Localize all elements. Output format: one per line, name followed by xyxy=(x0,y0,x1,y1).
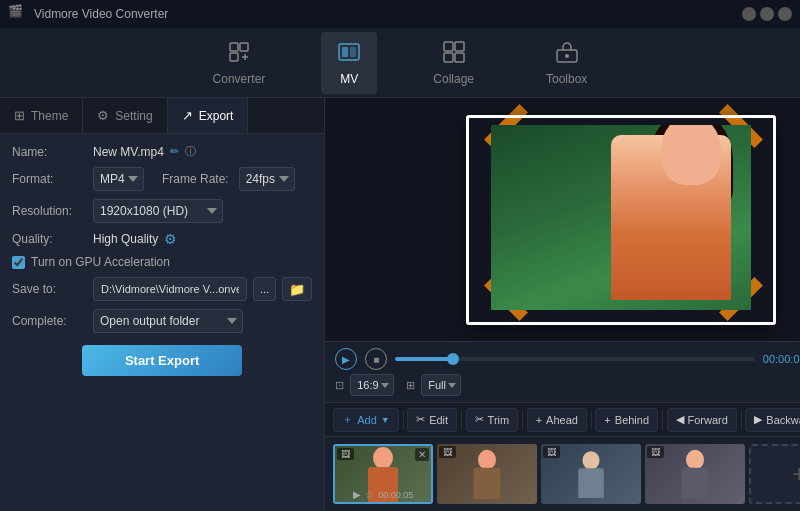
tab-theme-label: Theme xyxy=(31,109,68,123)
export-settings: Name: New MV.mp4 ✏ ⓘ Format: MP4 Frame R… xyxy=(0,134,324,511)
info-icon[interactable]: ⓘ xyxy=(185,144,196,159)
format-dropdown[interactable]: MP4 xyxy=(93,167,144,191)
export-icon: ↗ xyxy=(182,108,193,123)
main-layout: ⊞ Theme ⚙ Setting ↗ Export Name: New MV.… xyxy=(0,98,800,511)
tab-setting-label: Setting xyxy=(115,109,152,123)
left-panel: ⊞ Theme ⚙ Setting ↗ Export Name: New MV.… xyxy=(0,98,325,511)
behind-button[interactable]: + Behind xyxy=(595,408,658,432)
close-button[interactable] xyxy=(778,7,792,21)
quality-gear-icon[interactable]: ⚙ xyxy=(164,231,177,247)
browse-button[interactable]: ... xyxy=(253,277,276,301)
app-icon: 🎬 xyxy=(8,4,28,24)
quality-label: Quality: xyxy=(12,232,87,246)
tab-export-label: Export xyxy=(199,109,234,123)
forward-label: Forward xyxy=(688,414,728,426)
svg-rect-8 xyxy=(444,53,453,62)
saveto-label: Save to: xyxy=(12,282,87,296)
nav-converter[interactable]: Converter xyxy=(197,32,282,94)
saveto-row: Save to: D:\Vidmore\Vidmore V...onverter… xyxy=(12,277,312,301)
nav-toolbox[interactable]: Toolbox xyxy=(530,32,603,94)
add-icon: ＋ xyxy=(342,412,353,427)
resolution-row: Resolution: 1920x1080 (HD) xyxy=(12,199,312,223)
trim-button[interactable]: ✂ Trim xyxy=(466,408,519,432)
minimize-button[interactable] xyxy=(742,7,756,21)
timeline-thumb-4[interactable]: 🖼 xyxy=(645,444,745,504)
complete-label: Complete: xyxy=(12,314,87,328)
behind-icon: + xyxy=(604,414,610,426)
complete-row: Complete: Open output folder xyxy=(12,309,312,333)
add-media-button[interactable]: + xyxy=(749,444,800,504)
stop-button[interactable]: ■ xyxy=(365,348,387,370)
top-navigation: Converter MV Collage Toolbox xyxy=(0,28,800,98)
progress-dot xyxy=(447,353,459,365)
behind-label: Behind xyxy=(615,414,649,426)
aspect-ratio-select[interactable]: 16:9 4:3 1:1 xyxy=(350,374,394,396)
tab-theme[interactable]: ⊞ Theme xyxy=(0,98,83,133)
quality-row: Quality: High Quality ⚙ xyxy=(12,231,312,247)
thumb1-star-icon[interactable]: ☆ xyxy=(365,489,374,500)
svg-point-11 xyxy=(565,54,569,58)
name-label: Name: xyxy=(12,145,87,159)
ahead-icon: + xyxy=(536,414,542,426)
window-controls xyxy=(742,7,792,21)
forward-button[interactable]: ◀ Forward xyxy=(667,408,737,432)
edit-button[interactable]: ✂ Edit xyxy=(407,408,457,432)
format-framerate-row: Format: MP4 Frame Rate: 24fps xyxy=(12,167,312,191)
backward-icon: ▶ xyxy=(754,413,762,426)
progress-fill xyxy=(395,357,453,361)
nav-toolbox-label: Toolbox xyxy=(546,72,587,86)
framerate-label: Frame Rate: xyxy=(162,172,229,186)
mv-icon xyxy=(337,40,361,68)
timeline-thumb-1[interactable]: 🖼 ✕ ▶ ☆ 00:00:05 xyxy=(333,444,433,504)
nav-mv[interactable]: MV xyxy=(321,32,377,94)
maximize-button[interactable] xyxy=(760,7,774,21)
framerate-dropdown[interactable]: 24fps xyxy=(239,167,295,191)
progress-bar[interactable] xyxy=(395,357,755,361)
name-row: Name: New MV.mp4 ✏ ⓘ xyxy=(12,144,312,159)
forward-icon: ◀ xyxy=(676,413,684,426)
folder-button[interactable]: 📁 xyxy=(282,277,312,301)
resolution-dropdown[interactable]: 1920x1080 (HD) xyxy=(93,199,223,223)
thumb2-icon: 🖼 xyxy=(439,446,456,458)
playback-bar: ▶ ■ 00:00:03.23/00:00:20.00 🔊 ⊡ 16:9 4:3… xyxy=(325,341,800,402)
resize-icon: ⊞ xyxy=(406,379,415,392)
preview-frame xyxy=(466,115,776,325)
thumb1-play-icon[interactable]: ▶ xyxy=(353,489,361,500)
start-export-button[interactable]: Start Export xyxy=(82,345,242,376)
backward-label: Backward xyxy=(766,414,800,426)
toolbox-icon xyxy=(555,40,579,68)
playback-controls: ▶ ■ 00:00:03.23/00:00:20.00 🔊 xyxy=(335,348,800,370)
complete-dropdown[interactable]: Open output folder xyxy=(93,309,243,333)
svg-rect-1 xyxy=(240,43,248,51)
resolution-label: Resolution: xyxy=(12,204,87,218)
backward-button[interactable]: ▶ Backward xyxy=(745,408,800,432)
saveto-path-input[interactable]: D:\Vidmore\Vidmore V...onverter\MV Expor… xyxy=(93,277,247,301)
preview-area xyxy=(325,98,800,341)
thumb1-clock-icon: 00:00:05 xyxy=(378,489,413,500)
tab-export[interactable]: ↗ Export xyxy=(168,98,249,133)
thumb3-icon: 🖼 xyxy=(543,446,560,458)
add-label: Add xyxy=(357,414,377,426)
ahead-button[interactable]: + Ahead xyxy=(527,408,587,432)
ahead-label: Ahead xyxy=(546,414,578,426)
tab-setting[interactable]: ⚙ Setting xyxy=(83,98,167,133)
zoom-select[interactable]: Full Fit xyxy=(421,374,461,396)
nav-collage[interactable]: Collage xyxy=(417,32,490,94)
thumb1-close-icon[interactable]: ✕ xyxy=(415,448,429,461)
edit-label: Edit xyxy=(429,414,448,426)
quality-value: High Quality xyxy=(93,232,158,246)
thumb1-icon: 🖼 xyxy=(337,448,354,460)
thumb1-controls: ▶ ☆ 00:00:05 xyxy=(353,489,413,500)
timeline-thumb-3[interactable]: 🖼 xyxy=(541,444,641,504)
add-button[interactable]: ＋ Add ▼ xyxy=(333,408,399,432)
gpu-checkbox[interactable] xyxy=(12,256,25,269)
svg-rect-5 xyxy=(350,47,356,57)
time-display: 00:00:03.23/00:00:20.00 xyxy=(763,353,800,365)
edit-name-icon[interactable]: ✏ xyxy=(170,145,179,158)
timeline-thumb-2[interactable]: 🖼 xyxy=(437,444,537,504)
edit-icon: ✂ xyxy=(416,413,425,426)
panel-tabs: ⊞ Theme ⚙ Setting ↗ Export xyxy=(0,98,324,134)
svg-rect-7 xyxy=(455,42,464,51)
app-title: Vidmore Video Converter xyxy=(34,7,742,21)
play-button[interactable]: ▶ xyxy=(335,348,357,370)
